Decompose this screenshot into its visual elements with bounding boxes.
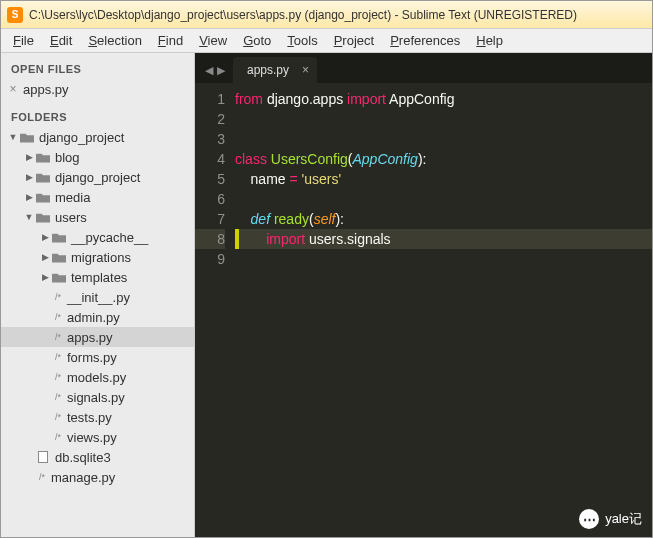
menu-edit[interactable]: Edit bbox=[42, 31, 80, 50]
menu-selection[interactable]: Selection bbox=[80, 31, 149, 50]
menu-file[interactable]: File bbox=[5, 31, 42, 50]
file-icon bbox=[35, 450, 51, 464]
chevron-right-icon[interactable] bbox=[23, 152, 35, 162]
folder-migrations[interactable]: migrations bbox=[1, 247, 194, 267]
menu-view[interactable]: View bbox=[191, 31, 235, 50]
app-icon: S bbox=[7, 7, 23, 23]
tree-label: django_project bbox=[55, 170, 140, 185]
title-bar: S C:\Users\lyc\Desktop\django_project\us… bbox=[1, 1, 652, 29]
menu-preferences[interactable]: Preferences bbox=[382, 31, 468, 50]
folder-icon bbox=[35, 170, 51, 184]
folder-icon bbox=[51, 230, 67, 244]
filetype-icon: /* bbox=[51, 432, 65, 442]
file-db.sqlite3[interactable]: db.sqlite3 bbox=[1, 447, 194, 467]
tree-label: blog bbox=[55, 150, 80, 165]
chevron-right-icon[interactable] bbox=[23, 172, 35, 182]
folder-icon bbox=[19, 130, 35, 144]
watermark-text: yale记 bbox=[605, 510, 642, 528]
tree-label: views.py bbox=[67, 430, 117, 445]
menu-project[interactable]: Project bbox=[326, 31, 382, 50]
file-label: apps.py bbox=[23, 82, 69, 97]
menu-help[interactable]: Help bbox=[468, 31, 511, 50]
folder-icon bbox=[35, 190, 51, 204]
tree-label: tests.py bbox=[67, 410, 112, 425]
folder-icon bbox=[51, 270, 67, 284]
tree-label: __init__.py bbox=[67, 290, 130, 305]
folder-icon bbox=[51, 250, 67, 264]
tab-apps[interactable]: apps.py × bbox=[233, 57, 317, 83]
filetype-icon: /* bbox=[51, 352, 65, 362]
tab-label: apps.py bbox=[247, 63, 289, 77]
tree-label: media bbox=[55, 190, 90, 205]
tree-label: forms.py bbox=[67, 350, 117, 365]
close-icon[interactable]: × bbox=[7, 82, 19, 96]
open-files-header: OPEN FILES bbox=[1, 59, 194, 79]
tree-label: admin.py bbox=[67, 310, 120, 325]
filetype-icon: /* bbox=[51, 312, 65, 322]
chevron-right-icon[interactable] bbox=[23, 192, 35, 202]
chevron-right-icon[interactable] bbox=[39, 272, 51, 282]
code-content[interactable]: from django.apps import AppConfigclass U… bbox=[235, 89, 652, 537]
file-signals.py[interactable]: /*signals.py bbox=[1, 387, 194, 407]
folder-icon bbox=[35, 210, 51, 224]
menu-bar: FileEditSelectionFindViewGotoToolsProjec… bbox=[1, 29, 652, 53]
nav-back-icon[interactable]: ◀ bbox=[205, 64, 213, 77]
watermark-icon bbox=[579, 509, 599, 529]
close-icon[interactable]: × bbox=[302, 63, 309, 77]
folder-icon bbox=[35, 150, 51, 164]
chevron-right-icon[interactable] bbox=[39, 252, 51, 262]
chevron-right-icon[interactable] bbox=[39, 232, 51, 242]
filetype-icon: /* bbox=[35, 472, 49, 482]
folders-header: FOLDERS bbox=[1, 107, 194, 127]
filetype-icon: /* bbox=[51, 412, 65, 422]
tree-label: templates bbox=[71, 270, 127, 285]
folder-django_project[interactable]: django_project bbox=[1, 127, 194, 147]
file-admin.py[interactable]: /*admin.py bbox=[1, 307, 194, 327]
tree-label: models.py bbox=[67, 370, 126, 385]
folder-media[interactable]: media bbox=[1, 187, 194, 207]
filetype-icon: /* bbox=[51, 392, 65, 402]
file-tests.py[interactable]: /*tests.py bbox=[1, 407, 194, 427]
folder-users[interactable]: users bbox=[1, 207, 194, 227]
tree-label: db.sqlite3 bbox=[55, 450, 111, 465]
menu-find[interactable]: Find bbox=[150, 31, 191, 50]
tree-label: __pycache__ bbox=[71, 230, 148, 245]
chevron-down-icon[interactable] bbox=[7, 132, 19, 142]
folder-django_project[interactable]: django_project bbox=[1, 167, 194, 187]
window-title: C:\Users\lyc\Desktop\django_project\user… bbox=[29, 8, 577, 22]
folder-__pycache__[interactable]: __pycache__ bbox=[1, 227, 194, 247]
line-gutter: 123456789 bbox=[195, 89, 235, 537]
open-file[interactable]: ×apps.py bbox=[1, 79, 194, 99]
tree-label: migrations bbox=[71, 250, 131, 265]
file-forms.py[interactable]: /*forms.py bbox=[1, 347, 194, 367]
filetype-icon: /* bbox=[51, 332, 65, 342]
tree-label: signals.py bbox=[67, 390, 125, 405]
folder-blog[interactable]: blog bbox=[1, 147, 194, 167]
nav-forward-icon[interactable]: ▶ bbox=[217, 64, 225, 77]
chevron-down-icon[interactable] bbox=[23, 212, 35, 222]
tree-label: apps.py bbox=[67, 330, 113, 345]
folder-templates[interactable]: templates bbox=[1, 267, 194, 287]
watermark: yale记 bbox=[579, 509, 642, 529]
tree-label: django_project bbox=[39, 130, 124, 145]
tree-label: users bbox=[55, 210, 87, 225]
file-apps.py[interactable]: /*apps.py bbox=[1, 327, 194, 347]
filetype-icon: /* bbox=[51, 292, 65, 302]
file-models.py[interactable]: /*models.py bbox=[1, 367, 194, 387]
sidebar: OPEN FILES ×apps.py FOLDERS django_proje… bbox=[1, 53, 195, 537]
file-manage.py[interactable]: /*manage.py bbox=[1, 467, 194, 487]
code-area[interactable]: 123456789 from django.apps import AppCon… bbox=[195, 83, 652, 537]
file-__init__.py[interactable]: /*__init__.py bbox=[1, 287, 194, 307]
tab-bar: ◀ ▶ apps.py × bbox=[195, 53, 652, 83]
filetype-icon: /* bbox=[51, 372, 65, 382]
menu-goto[interactable]: Goto bbox=[235, 31, 279, 50]
menu-tools[interactable]: Tools bbox=[279, 31, 325, 50]
editor-pane: ◀ ▶ apps.py × 123456789 from django.apps… bbox=[195, 53, 652, 537]
file-views.py[interactable]: /*views.py bbox=[1, 427, 194, 447]
tree-label: manage.py bbox=[51, 470, 115, 485]
